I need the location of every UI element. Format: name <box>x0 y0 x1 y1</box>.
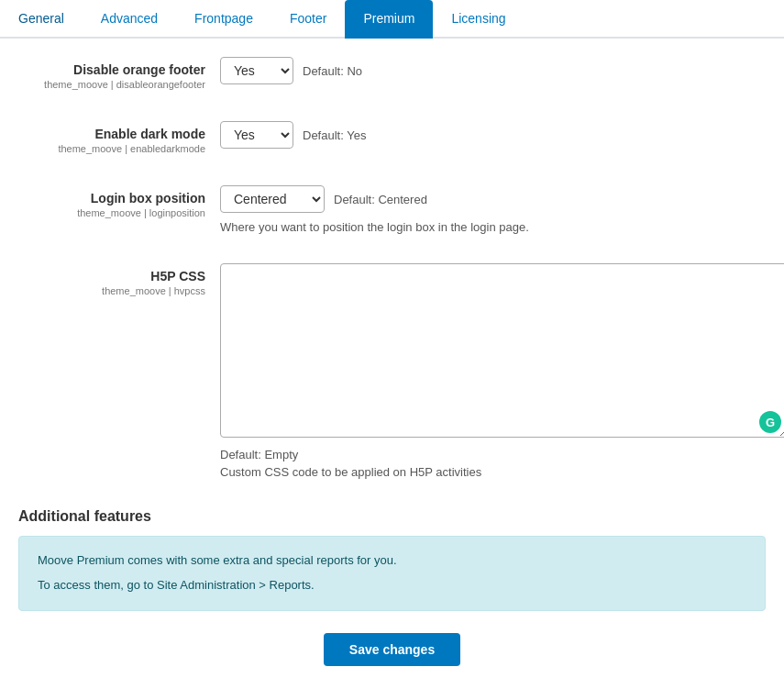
h5p-css-control: G Default: Empty Custom CSS code to be a… <box>220 263 784 479</box>
disable-orange-footer-default: Default: No <box>303 64 362 78</box>
info-line1: Moove Premium comes with some extra and … <box>38 551 746 571</box>
h5p-css-textarea-wrapper: G <box>220 263 784 440</box>
disable-orange-footer-row: Disable orange footer theme_moove | disa… <box>18 57 766 106</box>
tab-premium[interactable]: Premium <box>345 0 433 39</box>
tab-licensing[interactable]: Licensing <box>433 0 524 39</box>
enable-dark-mode-row: Enable dark mode theme_moove | enabledar… <box>18 121 766 171</box>
settings-content: Disable orange footer theme_moove | disa… <box>0 39 784 689</box>
tab-advanced[interactable]: Advanced <box>83 0 176 39</box>
login-box-position-default: Default: Centered <box>334 193 427 206</box>
additional-features-heading: Additional features <box>18 508 766 525</box>
h5p-css-default: Default: Empty <box>220 448 784 461</box>
login-box-position-control: Centered Left Right Default: Centered Wh… <box>220 185 766 234</box>
h5p-css-description: Custom CSS code to be applied on H5P act… <box>220 465 784 479</box>
additional-features-info: Moove Premium comes with some extra and … <box>18 536 766 611</box>
disable-orange-footer-label: Disable orange footer theme_moove | disa… <box>18 57 220 90</box>
info-line2: To access them, go to Site Administratio… <box>38 576 746 595</box>
tab-frontpage[interactable]: Frontpage <box>176 0 271 39</box>
grammarly-icon: G <box>759 411 781 433</box>
h5p-css-label: H5P CSS theme_moove | hvpcss <box>18 263 220 296</box>
h5p-css-textarea[interactable] <box>220 263 784 438</box>
save-button-row: Save changes <box>18 633 766 684</box>
login-box-position-select[interactable]: Centered Left Right <box>220 185 325 213</box>
tab-bar: General Advanced Frontpage Footer Premiu… <box>0 0 784 39</box>
h5p-css-row: H5P CSS theme_moove | hvpcss G Default: … <box>18 263 766 494</box>
enable-dark-mode-control: Yes No Default: Yes <box>220 121 766 156</box>
save-button[interactable]: Save changes <box>324 633 460 666</box>
login-box-position-row: Login box position theme_moove | loginpo… <box>18 185 766 249</box>
tab-general[interactable]: General <box>0 0 83 39</box>
enable-dark-mode-label: Enable dark mode theme_moove | enabledar… <box>18 121 220 154</box>
enable-dark-mode-default: Default: Yes <box>303 128 366 142</box>
login-box-position-label: Login box position theme_moove | loginpo… <box>18 185 220 218</box>
login-box-position-description: Where you want to position the login box… <box>220 220 766 234</box>
tab-footer[interactable]: Footer <box>271 0 345 39</box>
disable-orange-footer-select[interactable]: Yes No <box>220 57 293 84</box>
disable-orange-footer-control: Yes No Default: No <box>220 57 766 92</box>
enable-dark-mode-select[interactable]: Yes No <box>220 121 293 149</box>
